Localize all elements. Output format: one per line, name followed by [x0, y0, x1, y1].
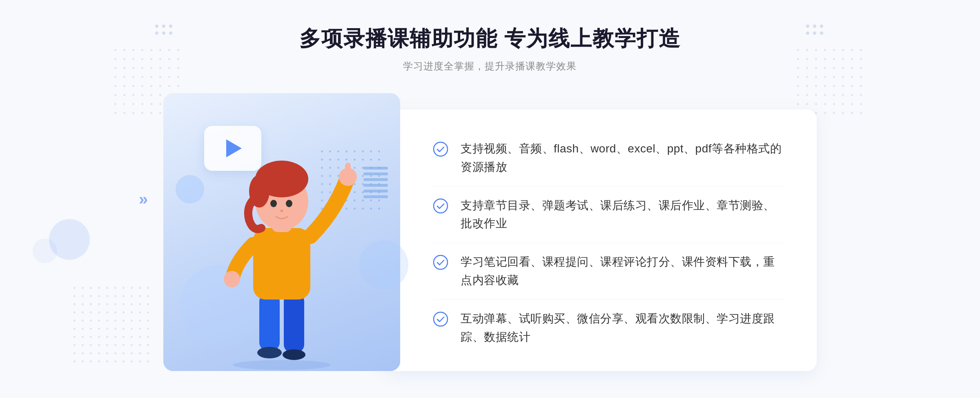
svg-point-4 [283, 349, 305, 360]
svg-point-18 [434, 255, 448, 269]
svg-point-17 [434, 199, 448, 213]
feature-text-4: 互动弹幕、试听购买、微信分享、观看次数限制、学习进度跟踪、数据统计 [461, 310, 784, 347]
svg-point-14 [286, 200, 292, 207]
page-container: » 多项录播课辅助功能 专为线上教学打造 学习进度全掌握，提升录播课教学效果 [0, 0, 980, 398]
page-title: 多项录播课辅助功能 专为线上教学打造 [299, 25, 681, 53]
svg-rect-2 [284, 293, 304, 353]
feature-text-3: 学习笔记回看、课程提问、课程评论打分、课件资料下载，重点内容收藏 [461, 253, 784, 290]
feature-text-2: 支持章节目录、弹题考试、课后练习、课后作业、章节测验、批改作业 [461, 197, 784, 233]
svg-point-0 [233, 360, 331, 370]
svg-point-15 [280, 210, 283, 212]
svg-rect-7 [345, 163, 351, 179]
side-circle-small [33, 239, 57, 263]
feature-panel: 支持视频、音频、flash、word、excel、ppt、pdf等各种格式的资源… [384, 110, 817, 371]
check-circle-icon-1 [433, 141, 448, 157]
check-circle-icon-2 [433, 198, 448, 214]
page-subtitle: 学习进度全掌握，提升录播课教学效果 [299, 60, 681, 73]
character-illustration [196, 138, 368, 371]
svg-rect-1 [259, 293, 280, 351]
svg-point-19 [434, 312, 448, 326]
feature-item-3: 学习笔记回看、课程提问、课程评论打分、课件资料下载，重点内容收藏 [433, 243, 784, 300]
check-circle-icon-3 [433, 255, 448, 270]
title-row: 多项录播课辅助功能 专为线上教学打造 [299, 25, 681, 53]
header-section: 多项录播课辅助功能 专为线上教学打造 学习进度全掌握，提升录播课教学效果 [299, 25, 681, 73]
svg-point-16 [434, 142, 448, 156]
illustration-card [163, 93, 400, 371]
title-dots-right [806, 25, 825, 36]
svg-point-13 [270, 200, 277, 207]
svg-point-3 [257, 347, 282, 358]
svg-point-8 [224, 271, 240, 287]
check-circle-icon-4 [433, 311, 448, 327]
feature-item-2: 支持章节目录、弹题考试、课后练习、课后作业、章节测验、批改作业 [433, 187, 784, 244]
feature-text-1: 支持视频、音频、flash、word、excel、ppt、pdf等各种格式的资源… [461, 140, 784, 177]
title-dots-left [155, 25, 174, 36]
feature-item-4: 互动弹幕、试听购买、微信分享、观看次数限制、学习进度跟踪、数据统计 [433, 300, 784, 356]
svg-rect-5 [253, 228, 310, 300]
feature-item-1: 支持视频、音频、flash、word、excel、ppt、pdf等各种格式的资源… [433, 130, 784, 187]
decorative-dots-bottom [74, 287, 152, 365]
content-area: 支持视频、音频、flash、word、excel、ppt、pdf等各种格式的资源… [163, 93, 817, 371]
left-chevron-icon: » [139, 190, 148, 208]
